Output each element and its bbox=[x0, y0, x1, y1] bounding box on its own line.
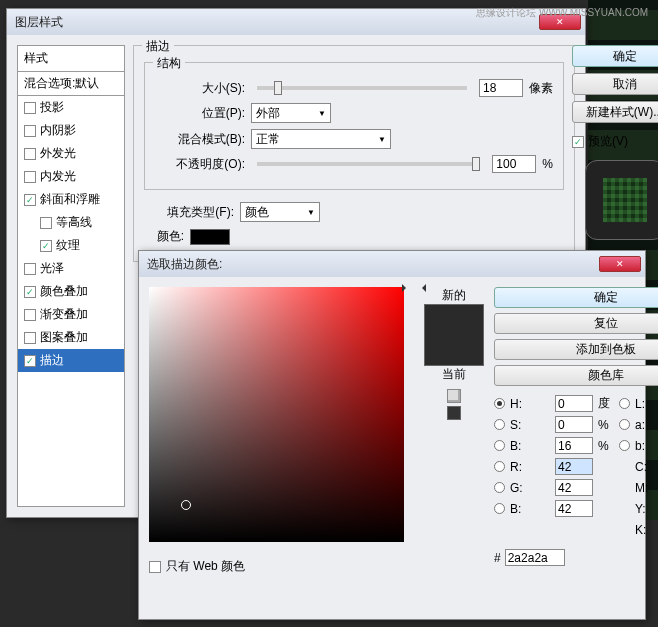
style-item[interactable]: 投影 bbox=[18, 96, 124, 119]
checkbox-icon[interactable]: ✓ bbox=[24, 286, 36, 298]
filltype-combo[interactable]: 颜色▼ bbox=[240, 202, 320, 222]
ok-button[interactable]: 确定 bbox=[494, 287, 658, 308]
checkbox-icon[interactable] bbox=[40, 217, 52, 229]
rgb-b-input[interactable] bbox=[555, 500, 593, 517]
radio-r[interactable] bbox=[494, 461, 505, 472]
style-item-label: 斜面和浮雕 bbox=[40, 191, 100, 208]
h-input[interactable] bbox=[555, 395, 593, 412]
color-cursor bbox=[181, 500, 191, 510]
style-item-label: 内阴影 bbox=[40, 122, 76, 139]
style-item-label: 投影 bbox=[40, 99, 64, 116]
chevron-down-icon: ▼ bbox=[318, 109, 326, 118]
style-item[interactable]: ✓纹理 bbox=[18, 234, 124, 257]
style-item-label: 等高线 bbox=[56, 214, 92, 231]
checkbox-icon[interactable]: ✓ bbox=[24, 194, 36, 206]
style-item[interactable]: 内发光 bbox=[18, 165, 124, 188]
styles-header[interactable]: 样式 bbox=[18, 46, 124, 72]
size-slider[interactable] bbox=[257, 86, 467, 90]
opacity-unit: % bbox=[542, 157, 553, 171]
style-item-label: 外发光 bbox=[40, 145, 76, 162]
styles-list: 样式 混合选项:默认 投影内阴影外发光内发光✓斜面和浮雕等高线✓纹理光泽✓颜色叠… bbox=[17, 45, 125, 507]
checkbox-icon[interactable] bbox=[24, 171, 36, 183]
radio-bb[interactable] bbox=[494, 503, 505, 514]
style-item-label: 渐变叠加 bbox=[40, 306, 88, 323]
titlebar[interactable]: 选取描边颜色: ✕ bbox=[139, 251, 645, 277]
new-style-button[interactable]: 新建样式(W)... bbox=[572, 101, 658, 123]
style-item[interactable]: ✓描边 bbox=[18, 349, 124, 372]
blendmode-label: 混合模式(B): bbox=[155, 131, 245, 148]
web-only-checkbox[interactable]: 只有 Web 颜色 bbox=[149, 558, 404, 575]
radio-bh[interactable] bbox=[494, 440, 505, 451]
color-picker-dialog: 选取描边颜色: ✕ 只有 Web 颜色 新的 当前 确定 复位 添加到色板 bbox=[138, 250, 646, 620]
color-values: H:度 L: S:% a: B:% b: R: C: G: M: B: Y: K… bbox=[494, 395, 658, 538]
chevron-down-icon: ▼ bbox=[378, 135, 386, 144]
g-input[interactable] bbox=[555, 479, 593, 496]
radio-g[interactable] bbox=[494, 482, 505, 493]
color-field[interactable] bbox=[149, 287, 404, 542]
style-item[interactable]: 外发光 bbox=[18, 142, 124, 165]
cancel-button[interactable]: 取消 bbox=[572, 73, 658, 95]
size-input[interactable] bbox=[479, 79, 523, 97]
hex-input[interactable] bbox=[505, 549, 565, 566]
size-unit: 像素 bbox=[529, 80, 553, 97]
color-lib-button[interactable]: 颜色库 bbox=[494, 365, 658, 386]
cube-icon[interactable] bbox=[447, 389, 461, 403]
bh-input[interactable] bbox=[555, 437, 593, 454]
blendmode-combo[interactable]: 正常▼ bbox=[251, 129, 391, 149]
chevron-down-icon: ▼ bbox=[307, 208, 315, 217]
size-label: 大小(S): bbox=[155, 80, 245, 97]
position-combo[interactable]: 外部▼ bbox=[251, 103, 331, 123]
checkbox-icon[interactable] bbox=[24, 263, 36, 275]
radio-s[interactable] bbox=[494, 419, 505, 430]
current-color-swatch[interactable] bbox=[425, 335, 483, 365]
checkbox-icon[interactable] bbox=[24, 332, 36, 344]
checkbox-icon[interactable]: ✓ bbox=[40, 240, 52, 252]
group-label-struct: 结构 bbox=[153, 55, 185, 72]
preview-thumbnail bbox=[585, 160, 659, 240]
opacity-label: 不透明度(O): bbox=[155, 156, 245, 173]
checkbox-icon[interactable]: ✓ bbox=[24, 355, 36, 367]
blend-options[interactable]: 混合选项:默认 bbox=[18, 72, 124, 96]
style-item[interactable]: 内阴影 bbox=[18, 119, 124, 142]
stroke-color-swatch[interactable] bbox=[190, 229, 230, 245]
style-item-label: 光泽 bbox=[40, 260, 64, 277]
style-item[interactable]: 等高线 bbox=[18, 211, 124, 234]
style-item[interactable]: ✓颜色叠加 bbox=[18, 280, 124, 303]
style-item-label: 描边 bbox=[40, 352, 64, 369]
style-item[interactable]: ✓斜面和浮雕 bbox=[18, 188, 124, 211]
color-label: 颜色: bbox=[144, 228, 184, 245]
ok-button[interactable]: 确定 bbox=[572, 45, 658, 67]
checkbox-icon[interactable] bbox=[24, 309, 36, 321]
radio-h[interactable] bbox=[494, 398, 505, 409]
dialog-title: 图层样式 bbox=[11, 14, 537, 31]
opacity-slider[interactable] bbox=[257, 162, 480, 166]
style-item-label: 颜色叠加 bbox=[40, 283, 88, 300]
r-input[interactable] bbox=[555, 458, 593, 475]
add-swatch-button[interactable]: 添加到色板 bbox=[494, 339, 658, 360]
hex-label: # bbox=[494, 551, 501, 565]
checkbox-icon[interactable] bbox=[24, 148, 36, 160]
watermark: 思缘设计论坛 WWW.MISSYUAN.COM bbox=[476, 6, 648, 20]
stroke-group: 描边 结构 大小(S): 像素 位置(P): 外部▼ 混合模式(B): bbox=[133, 45, 575, 262]
opacity-input[interactable] bbox=[492, 155, 536, 173]
dialog-title: 选取描边颜色: bbox=[143, 256, 597, 273]
checkbox-icon[interactable] bbox=[24, 102, 36, 114]
checkbox-icon[interactable] bbox=[24, 125, 36, 137]
style-item-label: 内发光 bbox=[40, 168, 76, 185]
radio-l[interactable] bbox=[619, 398, 630, 409]
style-item-label: 纹理 bbox=[56, 237, 80, 254]
reset-button[interactable]: 复位 bbox=[494, 313, 658, 334]
close-icon[interactable]: ✕ bbox=[599, 256, 641, 272]
radio-b[interactable] bbox=[619, 440, 630, 451]
radio-a[interactable] bbox=[619, 419, 630, 430]
s-input[interactable] bbox=[555, 416, 593, 433]
style-item[interactable]: 光泽 bbox=[18, 257, 124, 280]
position-label: 位置(P): bbox=[155, 105, 245, 122]
preview-checkbox[interactable]: ✓预览(V) bbox=[572, 133, 658, 150]
style-item[interactable]: 渐变叠加 bbox=[18, 303, 124, 326]
style-item-label: 图案叠加 bbox=[40, 329, 88, 346]
filltype-label: 填充类型(F): bbox=[144, 204, 234, 221]
nearest-swatch[interactable] bbox=[447, 406, 461, 420]
style-item[interactable]: 图案叠加 bbox=[18, 326, 124, 349]
current-color-label: 当前 bbox=[442, 366, 466, 383]
